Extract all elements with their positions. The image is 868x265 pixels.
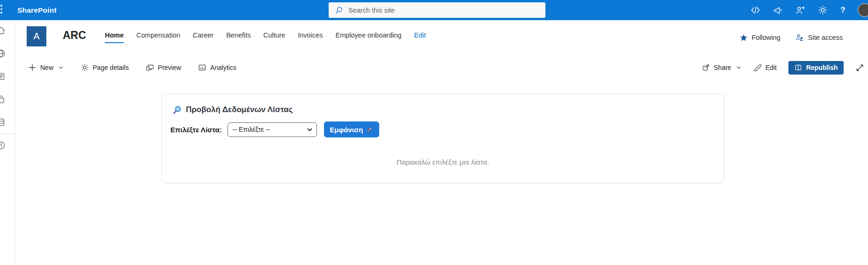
preview-label: Preview (158, 64, 181, 71)
page-details-label: Page details (93, 64, 129, 71)
search-input[interactable] (348, 7, 526, 14)
nav-item-home[interactable]: Home (105, 31, 124, 43)
list-select-row: Επιλέξτε Λίστα: -- Επιλέξτε -- Εμφάνιση (170, 121, 379, 137)
open-book-icon (794, 64, 802, 71)
select-list-label: Επιλέξτε Λίστα: (170, 126, 222, 134)
rocket-emoji-icon (366, 126, 373, 133)
nav-item-invoices[interactable]: Invoices (298, 31, 323, 42)
nav-edit-link[interactable]: Edit (414, 31, 426, 42)
search-box[interactable] (329, 2, 545, 18)
show-button-label: Εμφάνιση (330, 126, 363, 134)
site-title[interactable]: ARC (63, 29, 86, 42)
gear-icon (81, 63, 89, 72)
home-icon[interactable] (0, 25, 6, 36)
site-access-button[interactable]: Site access (795, 33, 843, 42)
edit-label: Edit (765, 64, 777, 71)
bag-icon[interactable] (0, 94, 6, 105)
app-launcher-icon[interactable] (0, 5, 2, 14)
people-icon (795, 33, 804, 42)
new-button[interactable]: New (28, 63, 64, 72)
nav-item-employee-onboarding[interactable]: Employee onboarding (335, 31, 401, 42)
republish-button[interactable]: Republish (788, 61, 844, 75)
list-viewer-webpart-card: Προβολή Δεδομένων Λίστας Επιλέξτε Λίστα:… (162, 93, 724, 183)
developer-icon[interactable] (750, 5, 760, 15)
star-icon (740, 34, 748, 42)
expand-diagonal-icon[interactable] (855, 63, 864, 72)
account-avatar[interactable] (858, 3, 868, 17)
globe-icon[interactable] (0, 48, 6, 59)
feedback-person-icon[interactable] (795, 5, 805, 15)
suite-bar: SharePoint (0, 0, 868, 20)
chevron-down-icon (736, 65, 742, 70)
site-access-label: Site access (808, 34, 843, 41)
site-logo[interactable]: A (27, 26, 46, 46)
list-stack-icon[interactable] (0, 117, 6, 128)
following-button[interactable]: Following (740, 34, 780, 42)
empty-state-message: Παρακαλώ επιλέξτε μια λίστα. (162, 158, 724, 166)
news-page-icon[interactable] (0, 71, 6, 82)
chevron-down-icon (58, 65, 64, 70)
nav-item-culture[interactable]: Culture (264, 31, 286, 42)
left-navigation-rail (0, 20, 16, 265)
following-label: Following (752, 34, 780, 41)
webpart-title: Προβολή Δεδομένων Λίστας (186, 105, 293, 114)
pencil-icon (753, 63, 762, 72)
analytics-chart-icon (198, 63, 206, 72)
list-select-dropdown[interactable]: -- Επιλέξτε -- (228, 122, 317, 137)
clock-icon[interactable] (0, 140, 6, 151)
magnifier-emoji-icon (173, 106, 182, 114)
nav-item-benefits[interactable]: Benefits (226, 31, 250, 42)
rail-divider (0, 134, 15, 134)
analytics-label: Analytics (210, 64, 236, 71)
page-details-button[interactable]: Page details (81, 63, 129, 72)
share-icon (702, 63, 710, 72)
device-preview-icon (146, 63, 154, 72)
edit-button[interactable]: Edit (753, 63, 777, 72)
show-list-button[interactable]: Εμφάνιση (324, 121, 379, 137)
settings-gear-icon[interactable] (818, 5, 828, 15)
plus-icon (28, 63, 37, 72)
webpart-title-row: Προβολή Δεδομένων Λίστας (173, 105, 293, 114)
share-label: Share (714, 64, 731, 71)
share-button[interactable]: Share (702, 63, 742, 72)
site-logo-initial: A (33, 31, 39, 42)
site-navigation: Home Compensation Career Benefits Cultur… (105, 31, 426, 43)
preview-button[interactable]: Preview (146, 63, 181, 72)
help-icon[interactable]: ? (840, 6, 845, 15)
announcement-icon[interactable] (773, 5, 783, 15)
sharepoint-brand[interactable]: SharePoint (17, 0, 57, 20)
nav-item-compensation[interactable]: Compensation (136, 31, 180, 42)
search-icon (335, 6, 343, 15)
new-label: New (40, 64, 53, 71)
republish-label: Republish (806, 64, 838, 71)
analytics-button[interactable]: Analytics (198, 63, 236, 72)
nav-item-career[interactable]: Career (193, 31, 213, 42)
site-header: A ARC Home Compensation Career Benefits … (16, 20, 868, 49)
command-bar: New Page details Preview (16, 57, 868, 78)
